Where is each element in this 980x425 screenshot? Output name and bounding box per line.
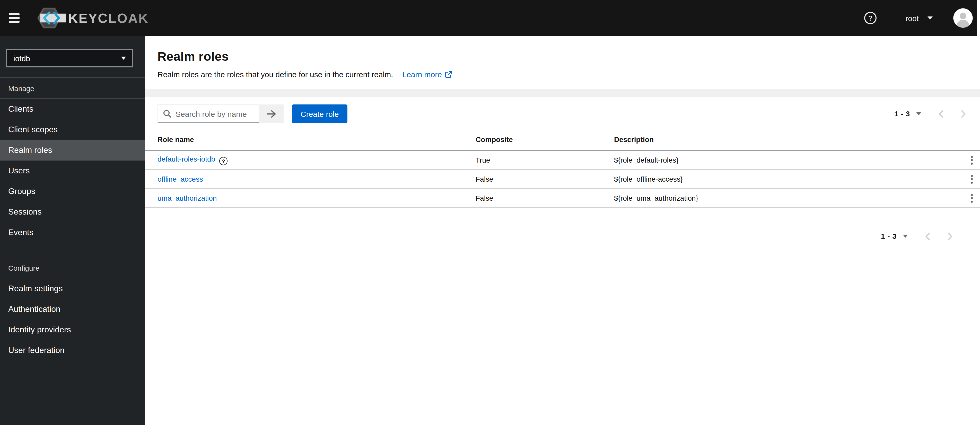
table-header-row: Role name Composite Description (145, 128, 980, 151)
description-value: ${role_offline-access} (614, 170, 955, 189)
app-window: KEYCLOAK ? root (0, 0, 980, 425)
nav-section-configure: Configure Realm settings Authentication … (0, 257, 145, 361)
scrollbar-track[interactable] (977, 0, 980, 36)
page-header: Realm roles Realm roles are the roles th… (145, 36, 980, 89)
keycloak-logo-icon: KEYCLOAK (35, 7, 151, 29)
caret-down-icon (903, 235, 908, 238)
role-link-offline-access[interactable]: offline_access (158, 175, 203, 183)
create-role-button[interactable]: Create role (292, 105, 347, 123)
realm-selector[interactable]: iotdb (6, 49, 133, 67)
page-title: Realm roles (158, 49, 968, 64)
chevron-left-icon (938, 109, 944, 118)
caret-down-icon (928, 16, 933, 19)
sidebar-item-sessions[interactable]: Sessions (0, 202, 145, 222)
chevron-left-icon (924, 232, 931, 241)
sidebar-item-users[interactable]: Users (0, 160, 145, 181)
external-link-icon (445, 70, 453, 78)
role-link-default-roles[interactable]: default-roles-iotdb (158, 155, 215, 163)
composite-value: False (476, 170, 614, 189)
pagination-range: 1 - 3 (881, 232, 897, 240)
pagination-bottom: 1 - 3 (881, 227, 961, 246)
sidebar: iotdb Manage Clients Client scopes Realm… (0, 36, 145, 425)
nav-section-title: Manage (0, 78, 145, 99)
sidebar-item-identity-providers[interactable]: Identity providers (0, 320, 145, 340)
column-header-description: Description (614, 128, 955, 151)
avatar-icon (953, 8, 973, 28)
sidebar-item-groups[interactable]: Groups (0, 181, 145, 202)
per-page-dropdown-button[interactable] (916, 112, 921, 115)
pagination-range: 1 - 3 (894, 109, 910, 118)
arrow-right-icon (267, 110, 277, 117)
table-row: uma_authorization False ${role_uma_autho… (145, 189, 980, 208)
keycloak-logo-text: KEYCLOAK (68, 11, 149, 26)
keycloak-logo: KEYCLOAK (35, 7, 151, 29)
user-menu-button[interactable]: root (905, 14, 933, 22)
caret-down-icon (916, 112, 921, 115)
page-subtitle: Realm roles are the roles that you defin… (158, 70, 393, 79)
column-header-actions (955, 128, 980, 151)
username: root (905, 14, 919, 22)
next-page-button[interactable] (952, 105, 975, 123)
sidebar-item-client-scopes[interactable]: Client scopes (0, 119, 145, 140)
masthead-right: ? root (864, 8, 980, 28)
search-input[interactable] (158, 105, 259, 123)
sidebar-item-realm-settings[interactable]: Realm settings (0, 278, 145, 299)
section-separator (145, 89, 980, 97)
description-value: ${role_uma_authorization} (614, 189, 955, 208)
caret-down-icon (121, 57, 126, 60)
kebab-menu-button[interactable] (966, 190, 978, 206)
search-group (158, 105, 283, 123)
realm-selector-value: iotdb (13, 54, 30, 62)
sidebar-item-realm-roles[interactable]: Realm roles (0, 140, 145, 160)
sidebar-item-authentication[interactable]: Authentication (0, 299, 145, 320)
column-header-role-name: Role name (145, 128, 476, 151)
nav-section-title: Configure (0, 257, 145, 278)
help-icon[interactable]: ? (864, 12, 877, 24)
avatar[interactable] (953, 8, 973, 28)
search-icon (163, 109, 172, 118)
help-icon[interactable]: ? (219, 157, 228, 165)
roles-toolbar: Create role 1 - 3 (145, 97, 980, 123)
composite-value: False (476, 189, 614, 208)
composite-value: True (476, 151, 614, 170)
kebab-menu-button[interactable] (966, 171, 978, 187)
previous-page-button[interactable] (916, 227, 939, 246)
role-link-uma-authorization[interactable]: uma_authorization (158, 194, 217, 202)
pagination-top: 1 - 3 (894, 105, 975, 123)
kebab-menu-button[interactable] (966, 152, 978, 168)
description-value: ${role_default-roles} (614, 151, 955, 170)
nav-section-manage: Manage Clients Client scopes Realm roles… (0, 78, 145, 243)
per-page-dropdown-button[interactable] (903, 235, 908, 238)
column-header-composite: Composite (476, 128, 614, 151)
masthead: KEYCLOAK ? root (0, 0, 980, 36)
roles-card: Create role 1 - 3 (145, 97, 980, 425)
search-submit-button[interactable] (259, 105, 283, 123)
sidebar-item-user-federation[interactable]: User federation (0, 340, 145, 361)
next-page-button[interactable] (939, 227, 961, 246)
sidebar-item-clients[interactable]: Clients (0, 99, 145, 119)
chevron-right-icon (961, 109, 967, 118)
previous-page-button[interactable] (929, 105, 952, 123)
main-content: Realm roles Realm roles are the roles th… (145, 36, 980, 425)
sidebar-item-events[interactable]: Events (0, 222, 145, 243)
learn-more-link[interactable]: Learn more (402, 70, 452, 79)
table-row: default-roles-iotdb? True ${role_default… (145, 151, 980, 170)
table-row: offline_access False ${role_offline-acce… (145, 170, 980, 189)
chevron-right-icon (947, 232, 953, 241)
nav-toggle-button[interactable] (9, 12, 20, 24)
realm-roles-table: Role name Composite Description default-… (145, 128, 980, 208)
